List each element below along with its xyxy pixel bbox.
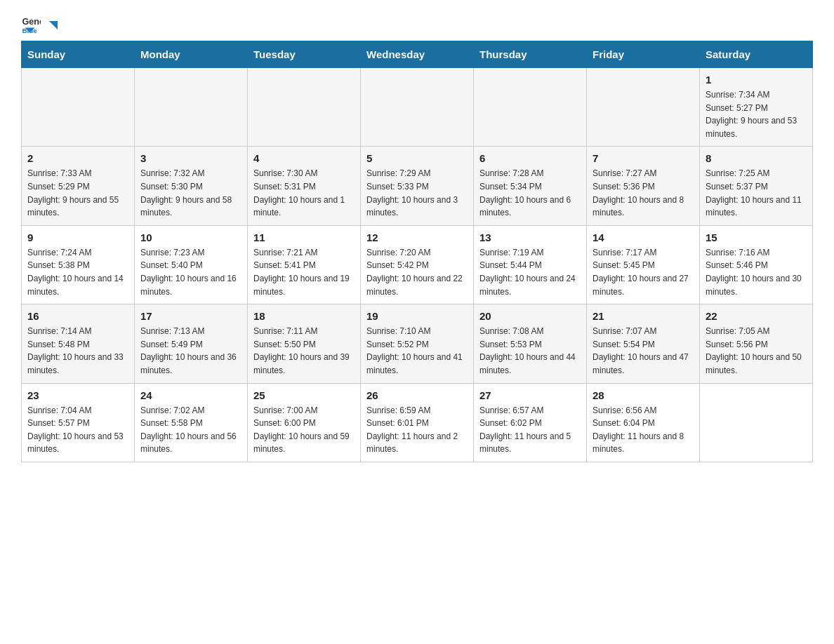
day-info: Sunrise: 7:33 AM Sunset: 5:29 PM Dayligh… bbox=[27, 167, 128, 219]
day-number: 19 bbox=[366, 310, 468, 322]
day-info: Sunrise: 7:08 AM Sunset: 5:53 PM Dayligh… bbox=[479, 325, 581, 377]
day-number: 5 bbox=[366, 152, 468, 164]
day-cell: 17Sunrise: 7:13 AM Sunset: 5:49 PM Dayli… bbox=[135, 304, 248, 383]
day-number: 3 bbox=[140, 152, 241, 164]
day-info: Sunrise: 7:19 AM Sunset: 5:44 PM Dayligh… bbox=[479, 246, 581, 298]
day-cell bbox=[474, 68, 587, 147]
day-info: Sunrise: 7:32 AM Sunset: 5:30 PM Dayligh… bbox=[140, 167, 241, 219]
day-info: Sunrise: 7:00 AM Sunset: 6:00 PM Dayligh… bbox=[253, 404, 355, 456]
logo: General Blue bbox=[21, 14, 62, 34]
day-info: Sunrise: 6:56 AM Sunset: 6:04 PM Dayligh… bbox=[593, 404, 694, 456]
header-sunday: Sunday bbox=[22, 41, 135, 68]
day-cell: 22Sunrise: 7:05 AM Sunset: 5:56 PM Dayli… bbox=[700, 304, 813, 383]
day-cell: 21Sunrise: 7:07 AM Sunset: 5:54 PM Dayli… bbox=[587, 304, 700, 383]
day-info: Sunrise: 7:25 AM Sunset: 5:37 PM Dayligh… bbox=[706, 167, 807, 219]
header-friday: Friday bbox=[587, 41, 700, 68]
day-cell: 2Sunrise: 7:33 AM Sunset: 5:29 PM Daylig… bbox=[22, 147, 135, 225]
week-row-5: 23Sunrise: 7:04 AM Sunset: 5:57 PM Dayli… bbox=[22, 383, 813, 462]
day-cell bbox=[135, 68, 248, 147]
day-info: Sunrise: 7:04 AM Sunset: 5:57 PM Dayligh… bbox=[27, 404, 128, 456]
day-info: Sunrise: 7:20 AM Sunset: 5:42 PM Dayligh… bbox=[366, 246, 468, 298]
day-info: Sunrise: 7:34 AM Sunset: 5:27 PM Dayligh… bbox=[706, 88, 807, 140]
day-cell: 14Sunrise: 7:17 AM Sunset: 5:45 PM Dayli… bbox=[587, 225, 700, 304]
day-number: 20 bbox=[479, 310, 581, 322]
logo-icon: General Blue bbox=[21, 14, 41, 34]
day-number: 17 bbox=[140, 310, 241, 322]
day-number: 15 bbox=[706, 232, 807, 243]
day-cell bbox=[361, 68, 474, 147]
logo-triangle-icon bbox=[46, 18, 60, 32]
day-cell: 25Sunrise: 7:00 AM Sunset: 6:00 PM Dayli… bbox=[248, 383, 361, 462]
day-cell: 19Sunrise: 7:10 AM Sunset: 5:52 PM Dayli… bbox=[361, 304, 474, 383]
day-cell bbox=[700, 383, 813, 462]
day-cell: 6Sunrise: 7:28 AM Sunset: 5:34 PM Daylig… bbox=[474, 147, 587, 225]
week-row-2: 2Sunrise: 7:33 AM Sunset: 5:29 PM Daylig… bbox=[22, 147, 813, 225]
day-cell: 26Sunrise: 6:59 AM Sunset: 6:01 PM Dayli… bbox=[361, 383, 474, 462]
day-cell: 7Sunrise: 7:27 AM Sunset: 5:36 PM Daylig… bbox=[587, 147, 700, 225]
day-cell: 11Sunrise: 7:21 AM Sunset: 5:41 PM Dayli… bbox=[248, 225, 361, 304]
day-info: Sunrise: 7:23 AM Sunset: 5:40 PM Dayligh… bbox=[140, 246, 241, 298]
day-cell: 3Sunrise: 7:32 AM Sunset: 5:30 PM Daylig… bbox=[135, 147, 248, 225]
day-cell: 13Sunrise: 7:19 AM Sunset: 5:44 PM Dayli… bbox=[474, 225, 587, 304]
day-cell: 9Sunrise: 7:24 AM Sunset: 5:38 PM Daylig… bbox=[22, 225, 135, 304]
day-number: 1 bbox=[706, 74, 807, 86]
day-number: 4 bbox=[253, 152, 355, 164]
day-number: 11 bbox=[253, 232, 355, 243]
day-info: Sunrise: 7:17 AM Sunset: 5:45 PM Dayligh… bbox=[593, 246, 694, 298]
day-cell: 28Sunrise: 6:56 AM Sunset: 6:04 PM Dayli… bbox=[587, 383, 700, 462]
day-number: 13 bbox=[479, 232, 581, 243]
svg-text:Blue: Blue bbox=[22, 27, 37, 34]
day-cell: 15Sunrise: 7:16 AM Sunset: 5:46 PM Dayli… bbox=[700, 225, 813, 304]
day-info: Sunrise: 6:59 AM Sunset: 6:01 PM Dayligh… bbox=[366, 404, 468, 456]
calendar-body: 1Sunrise: 7:34 AM Sunset: 5:27 PM Daylig… bbox=[22, 68, 813, 462]
header-monday: Monday bbox=[135, 41, 248, 68]
day-info: Sunrise: 7:30 AM Sunset: 5:31 PM Dayligh… bbox=[253, 167, 355, 219]
week-row-4: 16Sunrise: 7:14 AM Sunset: 5:48 PM Dayli… bbox=[22, 304, 813, 383]
day-number: 21 bbox=[593, 310, 694, 322]
day-info: Sunrise: 7:27 AM Sunset: 5:36 PM Dayligh… bbox=[593, 167, 694, 219]
day-cell: 23Sunrise: 7:04 AM Sunset: 5:57 PM Dayli… bbox=[22, 383, 135, 462]
header-row: SundayMondayTuesdayWednesdayThursdayFrid… bbox=[22, 41, 813, 68]
day-info: Sunrise: 6:57 AM Sunset: 6:02 PM Dayligh… bbox=[479, 404, 581, 456]
day-info: Sunrise: 7:10 AM Sunset: 5:52 PM Dayligh… bbox=[366, 325, 468, 377]
day-info: Sunrise: 7:14 AM Sunset: 5:48 PM Dayligh… bbox=[27, 325, 128, 377]
day-cell bbox=[587, 68, 700, 147]
day-cell: 12Sunrise: 7:20 AM Sunset: 5:42 PM Dayli… bbox=[361, 225, 474, 304]
day-number: 2 bbox=[27, 152, 128, 164]
day-number: 7 bbox=[593, 152, 694, 164]
day-cell: 18Sunrise: 7:11 AM Sunset: 5:50 PM Dayli… bbox=[248, 304, 361, 383]
day-number: 18 bbox=[253, 310, 355, 322]
day-number: 6 bbox=[479, 152, 581, 164]
day-cell: 8Sunrise: 7:25 AM Sunset: 5:37 PM Daylig… bbox=[700, 147, 813, 225]
day-cell: 16Sunrise: 7:14 AM Sunset: 5:48 PM Dayli… bbox=[22, 304, 135, 383]
day-cell: 24Sunrise: 7:02 AM Sunset: 5:58 PM Dayli… bbox=[135, 383, 248, 462]
day-number: 10 bbox=[140, 232, 241, 243]
day-info: Sunrise: 7:16 AM Sunset: 5:46 PM Dayligh… bbox=[706, 246, 807, 298]
day-info: Sunrise: 7:05 AM Sunset: 5:56 PM Dayligh… bbox=[706, 325, 807, 377]
day-info: Sunrise: 7:02 AM Sunset: 5:58 PM Dayligh… bbox=[140, 404, 241, 456]
day-number: 12 bbox=[366, 232, 468, 243]
day-info: Sunrise: 7:07 AM Sunset: 5:54 PM Dayligh… bbox=[593, 325, 694, 377]
day-cell: 1Sunrise: 7:34 AM Sunset: 5:27 PM Daylig… bbox=[700, 68, 813, 147]
header-wednesday: Wednesday bbox=[361, 41, 474, 68]
header-thursday: Thursday bbox=[474, 41, 587, 68]
day-info: Sunrise: 7:29 AM Sunset: 5:33 PM Dayligh… bbox=[366, 167, 468, 219]
week-row-3: 9Sunrise: 7:24 AM Sunset: 5:38 PM Daylig… bbox=[22, 225, 813, 304]
week-row-1: 1Sunrise: 7:34 AM Sunset: 5:27 PM Daylig… bbox=[22, 68, 813, 147]
day-info: Sunrise: 7:28 AM Sunset: 5:34 PM Dayligh… bbox=[479, 167, 581, 219]
day-number: 24 bbox=[140, 389, 241, 401]
day-info: Sunrise: 7:13 AM Sunset: 5:49 PM Dayligh… bbox=[140, 325, 241, 377]
day-cell bbox=[248, 68, 361, 147]
day-number: 23 bbox=[27, 389, 128, 401]
day-info: Sunrise: 7:21 AM Sunset: 5:41 PM Dayligh… bbox=[253, 246, 355, 298]
calendar-header: SundayMondayTuesdayWednesdayThursdayFrid… bbox=[22, 41, 813, 68]
header-tuesday: Tuesday bbox=[248, 41, 361, 68]
day-cell: 10Sunrise: 7:23 AM Sunset: 5:40 PM Dayli… bbox=[135, 225, 248, 304]
day-number: 8 bbox=[706, 152, 807, 164]
calendar-table: SundayMondayTuesdayWednesdayThursdayFrid… bbox=[21, 41, 813, 462]
day-number: 26 bbox=[366, 389, 468, 401]
day-info: Sunrise: 7:11 AM Sunset: 5:50 PM Dayligh… bbox=[253, 325, 355, 377]
day-cell: 5Sunrise: 7:29 AM Sunset: 5:33 PM Daylig… bbox=[361, 147, 474, 225]
day-cell bbox=[22, 68, 135, 147]
day-number: 27 bbox=[479, 389, 581, 401]
